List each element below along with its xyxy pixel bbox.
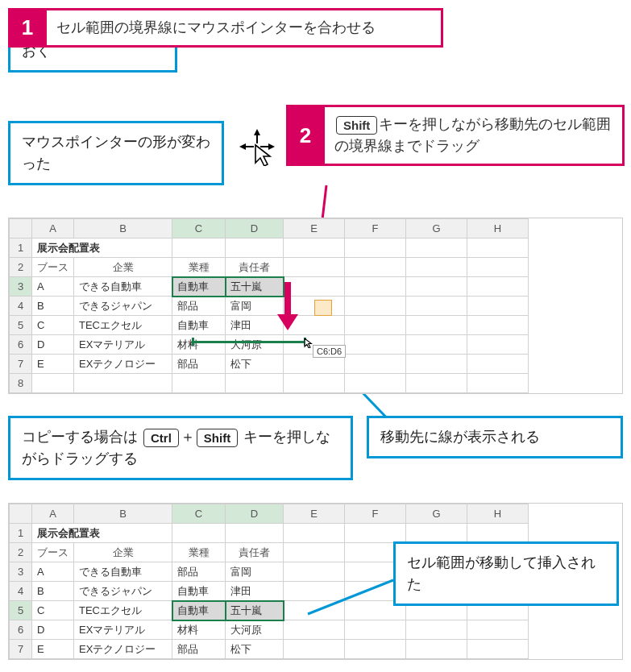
row-header[interactable]: 6 [10, 335, 32, 355]
table-row: 2 ブース 企業 業種 責任者 [10, 258, 529, 277]
col-header-C[interactable]: C [172, 504, 226, 524]
cell[interactable]: B [32, 297, 74, 316]
shift-key: Shift [197, 429, 238, 447]
hdr-owner[interactable]: 責任者 [226, 258, 284, 277]
cell[interactable]: EXマテリアル [74, 335, 172, 355]
table-row: 3 A できる自動車 自動車 五十嵐 [10, 277, 529, 297]
col-header-B[interactable]: B [74, 504, 172, 524]
cell-selected[interactable]: 自動車 [172, 601, 226, 620]
cell[interactable]: 部品 [172, 355, 226, 374]
shift-key: Shift [336, 116, 377, 135]
table-row: 7 E EXテクノロジー 部品 松下 [10, 640, 529, 659]
col-header-row: A B C D E F G H [10, 504, 529, 524]
table-row: 6 D EXマテリアル 材料 大河原 [10, 335, 529, 355]
col-header-H[interactable]: H [467, 219, 529, 239]
callout-moved-inserted: セル範囲が移動して挿入された [393, 541, 619, 606]
cell[interactable]: C [32, 316, 74, 335]
cell[interactable]: EXテクノロジー [74, 355, 172, 374]
drag-destination-line [192, 341, 306, 343]
corner-cell[interactable] [10, 504, 32, 524]
hdr-company[interactable]: 企業 [74, 258, 172, 277]
callout-text: セル範囲が移動して挿入された [407, 554, 596, 592]
step-2: 2 Shiftキーを押しながら移動先のセル範囲の境界線までドラッグ [286, 105, 625, 166]
table-row: 5 C TECエクセル 自動車 津田 [10, 316, 529, 335]
cell[interactable]: できるジャパン [74, 297, 172, 316]
move-cursor-icon [238, 127, 276, 168]
corner-cell[interactable] [10, 219, 32, 239]
cell[interactable]: できる自動車 [74, 277, 172, 297]
cell[interactable]: 富岡 [226, 297, 284, 316]
hdr-booth[interactable]: ブース [32, 258, 74, 277]
row-header[interactable]: 5 [10, 316, 32, 335]
plus: ＋ [181, 429, 195, 445]
col-header-row: A B C D E F G H [10, 219, 529, 239]
table-row: 6 D EXマテリアル 材料 大河原 [10, 620, 529, 640]
row-header[interactable]: 1 [10, 239, 32, 258]
table-row: 1 展示会配置表 [10, 524, 529, 543]
ctrl-key: Ctrl [143, 429, 179, 447]
row-header[interactable]: 3 [10, 277, 32, 297]
col-header-C[interactable]: C [172, 219, 226, 239]
col-header-F[interactable]: F [345, 504, 406, 524]
drag-tooltip: C6:D6 [313, 345, 346, 358]
table-row: 8 [10, 374, 529, 393]
col-header-A[interactable]: A [32, 219, 74, 239]
step-1: 1 セル範囲の境界線にマウスポインターを合わせる [8, 8, 443, 48]
callout-copy-hint: コピーする場合は Ctrl＋Shift キーを押しながらドラッグする [8, 416, 353, 480]
cell[interactable]: TECエクセル [74, 316, 172, 335]
cell[interactable]: 津田 [226, 316, 284, 335]
row-header[interactable]: 2 [10, 258, 32, 277]
table-row: 1 展示会配置表 [10, 239, 529, 258]
cell[interactable]: A [32, 277, 74, 297]
cell[interactable]: E [32, 355, 74, 374]
callout-pointer-changed: マウスポインターの形が変わった [8, 121, 224, 185]
drag-cursor-icon [297, 330, 314, 351]
col-header-B[interactable]: B [74, 219, 172, 239]
cell[interactable]: 自動車 [172, 316, 226, 335]
title-cell[interactable]: 展示会配置表 [32, 524, 172, 543]
hdr-booth[interactable]: ブース [32, 543, 74, 562]
cell-selected[interactable]: 五十嵐 [226, 601, 284, 620]
cell-selected[interactable]: 五十嵐 [226, 277, 284, 297]
callout-dest-line: 移動先に線が表示される [367, 416, 623, 458]
col-header-D[interactable]: D [226, 219, 284, 239]
col-header-E[interactable]: E [284, 219, 345, 239]
hdr-industry[interactable]: 業種 [172, 258, 226, 277]
cell[interactable]: D [32, 335, 74, 355]
step-1-text: セル範囲の境界線にマウスポインターを合わせる [47, 8, 443, 48]
col-header-G[interactable]: G [406, 219, 467, 239]
copy-hint-pre: コピーする場合は [22, 429, 138, 445]
step-number: 1 [8, 8, 47, 48]
table-row: 4 B できるジャパン 部品 富岡 [10, 297, 529, 316]
svg-marker-3 [277, 314, 298, 330]
col-header-E[interactable]: E [284, 504, 345, 524]
step-number: 2 [286, 105, 325, 166]
cell[interactable]: 大河原 [226, 335, 284, 355]
row-header[interactable]: 8 [10, 374, 32, 393]
row-header[interactable]: 7 [10, 355, 32, 374]
col-header-D[interactable]: D [226, 504, 284, 524]
col-header-F[interactable]: F [345, 219, 406, 239]
callout-text: マウスポインターの形が変わった [22, 134, 210, 172]
cell[interactable]: 材料 [172, 335, 226, 355]
cell[interactable]: 部品 [172, 297, 226, 316]
step-2-text: Shiftキーを押しながら移動先のセル範囲の境界線までドラッグ [325, 105, 625, 166]
callout-text: 移動先に線が表示される [380, 429, 540, 445]
cell[interactable]: 松下 [226, 355, 284, 374]
col-header-H[interactable]: H [467, 504, 529, 524]
row-header[interactable]: 4 [10, 297, 32, 316]
title-cell[interactable]: 展示会配置表 [32, 239, 172, 258]
col-header-G[interactable]: G [406, 504, 467, 524]
table-row: 7 E EXテクノロジー 部品 松下 [10, 355, 529, 374]
cell-selected[interactable]: 自動車 [172, 277, 226, 297]
col-header-A[interactable]: A [32, 504, 74, 524]
paste-options-icon[interactable] [314, 300, 332, 316]
